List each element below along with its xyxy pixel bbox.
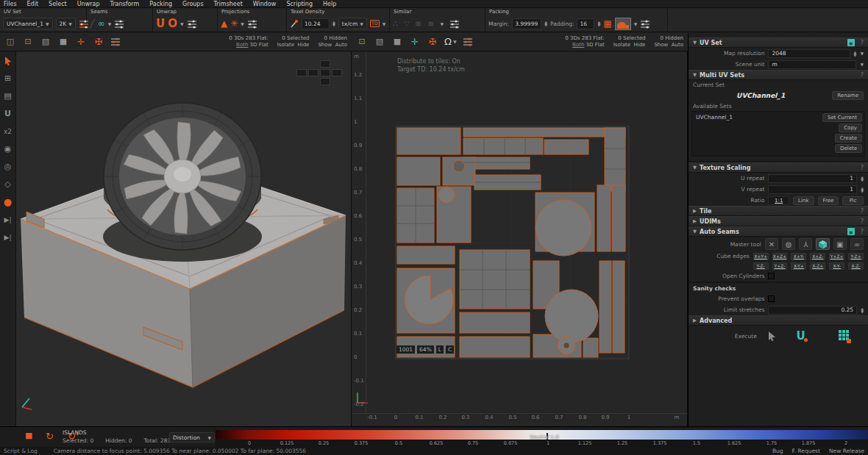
island-square-icon[interactable]: ■ bbox=[25, 431, 32, 440]
cube-edge-button[interactable]: Y+Z- bbox=[772, 262, 788, 270]
unwrap-tool[interactable]: U bbox=[1, 107, 15, 120]
open-cylinders-checkbox[interactable] bbox=[768, 273, 775, 279]
chevron-down-icon[interactable]: ▼ bbox=[383, 21, 386, 26]
next-selection-button[interactable]: ▶| bbox=[1, 231, 15, 243]
menu-edit[interactable]: Edit bbox=[27, 1, 39, 7]
uvset-toggle-icon[interactable]: ▣ bbox=[847, 39, 855, 46]
bug-link[interactable]: Bug bbox=[772, 448, 783, 454]
texel-unit-dropdown[interactable]: tx/cm▼ bbox=[338, 18, 367, 29]
cube-view-icon[interactable]: ▧ bbox=[374, 35, 385, 49]
island-select-tool[interactable]: ⊞ bbox=[1, 72, 15, 85]
frame-all-icon[interactable]: ⊡ bbox=[22, 35, 34, 49]
multiply-x2-tool[interactable]: x2 bbox=[1, 125, 15, 137]
margin-value[interactable]: 3.99999 bbox=[512, 18, 541, 29]
stack-islands-icon[interactable]: ≋ bbox=[415, 19, 421, 29]
uv-channel-dropdown[interactable]: UVChannel_1▼ bbox=[3, 18, 53, 29]
margin-stepper[interactable]: ▲▼ bbox=[544, 21, 547, 26]
feature-request-link[interactable]: F. Request bbox=[792, 448, 820, 454]
master-tool-links-icon[interactable]: ∞ bbox=[850, 238, 864, 250]
ratio-free-button[interactable]: Free bbox=[818, 196, 839, 205]
list-item[interactable]: UVChannel_1 bbox=[696, 114, 733, 121]
packing-options-icon[interactable] bbox=[640, 19, 650, 29]
pack-preview-icon[interactable] bbox=[615, 18, 631, 30]
help-icon[interactable]: ? bbox=[861, 208, 864, 215]
create-button[interactable]: Create bbox=[835, 134, 862, 143]
set-current-button[interactable]: Set Current bbox=[822, 113, 862, 122]
seam-loop-icon[interactable]: ∞ bbox=[98, 18, 105, 29]
show-button[interactable]: Show bbox=[318, 42, 332, 48]
u-repeat-field[interactable]: 1 bbox=[768, 174, 857, 183]
auto-button[interactable]: Auto bbox=[672, 42, 683, 48]
similar-options-icon[interactable] bbox=[449, 19, 460, 29]
chevron-down-icon[interactable]: ▼ bbox=[860, 51, 864, 56]
menu-transform[interactable]: Transform bbox=[110, 1, 140, 7]
focus-selection-icon[interactable]: ✛ bbox=[409, 35, 421, 49]
map-size-dropdown[interactable]: 2K▼ bbox=[56, 18, 76, 29]
available-sets-list[interactable]: UVChannel_1 Set Current Copy Create Dele… bbox=[691, 111, 865, 157]
3d-button[interactable]: 3D bbox=[586, 42, 594, 48]
split-view-icon[interactable]: ◫ bbox=[4, 35, 16, 49]
copy-button[interactable]: Copy bbox=[839, 123, 862, 132]
map-resolution-stepper[interactable]: ▲▼ bbox=[854, 51, 857, 57]
viewport3d-options-icon[interactable] bbox=[110, 37, 121, 46]
cube-edge-button[interactable]: X-Y+ bbox=[791, 262, 806, 270]
delete-button[interactable]: Delete bbox=[835, 144, 862, 153]
limit-stretches-field[interactable]: 0.25 bbox=[768, 306, 857, 315]
unwrap-u-button[interactable]: U bbox=[156, 18, 165, 29]
cube-edge-button[interactable]: X-Z+ bbox=[810, 262, 825, 270]
tile-panel-header[interactable]: ▶Tile ? bbox=[689, 206, 868, 216]
help-icon[interactable]: ? bbox=[861, 72, 864, 79]
radial-projection-icon[interactable]: ✳ bbox=[230, 18, 238, 29]
brush-select-tool[interactable]: ▤ bbox=[1, 90, 15, 102]
select-cursor-tool[interactable] bbox=[1, 54, 15, 67]
texel-stepper[interactable]: ▲▼ bbox=[332, 21, 335, 26]
distortion-dropdown[interactable]: Distortion▼ bbox=[169, 432, 215, 443]
pack-islands-icon[interactable]: ▦ bbox=[603, 18, 611, 29]
edge-pen-icon[interactable]: ╱ bbox=[90, 19, 95, 29]
cube-edge-button[interactable]: Y-Z+ bbox=[848, 253, 864, 260]
v-repeat-stepper[interactable]: ▲▼ bbox=[861, 187, 864, 193]
chevron-down-icon[interactable]: ▼ bbox=[440, 21, 444, 26]
isolate-button[interactable]: Isolate bbox=[277, 42, 294, 48]
auto-seams-toggle-icon[interactable]: ▣ bbox=[847, 228, 855, 235]
limit-stretches-stepper[interactable]: ▲▼ bbox=[861, 307, 864, 313]
similar-stack-icon[interactable]: ∴ bbox=[393, 19, 398, 29]
texture-scaling-panel-header[interactable]: ▼Texture Scaling ? bbox=[689, 162, 868, 173]
cube-view-icon[interactable]: ▧ bbox=[40, 35, 51, 49]
chevron-down-icon[interactable]: ▼ bbox=[241, 21, 244, 26]
unwrap-o-button[interactable]: O bbox=[168, 18, 177, 29]
map-resolution-field[interactable]: 2048 bbox=[768, 49, 850, 58]
chevron-down-icon[interactable]: ▼ bbox=[634, 21, 638, 26]
ratio-link-button[interactable]: Link bbox=[793, 196, 814, 205]
hide-button[interactable]: Hide bbox=[633, 42, 645, 48]
master-tool-pelt-x-icon[interactable]: ✕ bbox=[765, 238, 778, 250]
multi-uvsets-panel-header[interactable]: ▼Multi UV Sets ? bbox=[689, 70, 868, 80]
similar-pair-icon[interactable]: ∵ bbox=[404, 19, 409, 29]
focus-pivot-icon[interactable]: ✠ bbox=[427, 35, 438, 49]
execute-cursor-icon[interactable] bbox=[767, 331, 776, 341]
cube-edge-button[interactable]: X-Y- bbox=[829, 262, 844, 270]
flat-button[interactable]: Flat bbox=[595, 42, 605, 48]
magnet-snap-icon[interactable]: Ω▼ bbox=[444, 35, 457, 49]
both-button[interactable]: Both bbox=[236, 42, 248, 48]
isolate-button[interactable]: Isolate bbox=[613, 42, 630, 48]
uvset-panel-header[interactable]: ▼UV Set ▣ ? bbox=[689, 37, 868, 48]
master-tool-tripod-icon[interactable]: ⅄ bbox=[799, 238, 812, 250]
help-icon[interactable]: ? bbox=[861, 165, 864, 171]
projections-options-icon[interactable] bbox=[247, 19, 257, 29]
help-icon[interactable]: ? bbox=[861, 40, 864, 46]
cube-edge-button[interactable]: Y-Z- bbox=[753, 262, 769, 270]
menu-trimsheet[interactable]: Trimsheet bbox=[214, 1, 243, 7]
3d-button[interactable]: 3D bbox=[250, 42, 257, 48]
menu-scripting[interactable]: Scripting bbox=[286, 1, 313, 7]
island-mode-button[interactable]: ● bbox=[1, 196, 15, 208]
u-repeat-stepper[interactable]: ▲▼ bbox=[861, 176, 864, 182]
ratio-pic-button[interactable]: Pic bbox=[842, 196, 864, 205]
unstack-islands-icon[interactable]: ≋ bbox=[427, 19, 434, 29]
edge-mode-button[interactable]: ◎ bbox=[1, 160, 15, 173]
cube-edge-button[interactable]: X+Y+ bbox=[753, 253, 769, 260]
menu-help[interactable]: Help bbox=[323, 1, 336, 7]
show-button[interactable]: Show bbox=[654, 42, 668, 48]
cube-edge-button[interactable]: X+Z- bbox=[810, 253, 825, 260]
triplanar-projection-icon[interactable]: ▲ bbox=[221, 18, 227, 29]
